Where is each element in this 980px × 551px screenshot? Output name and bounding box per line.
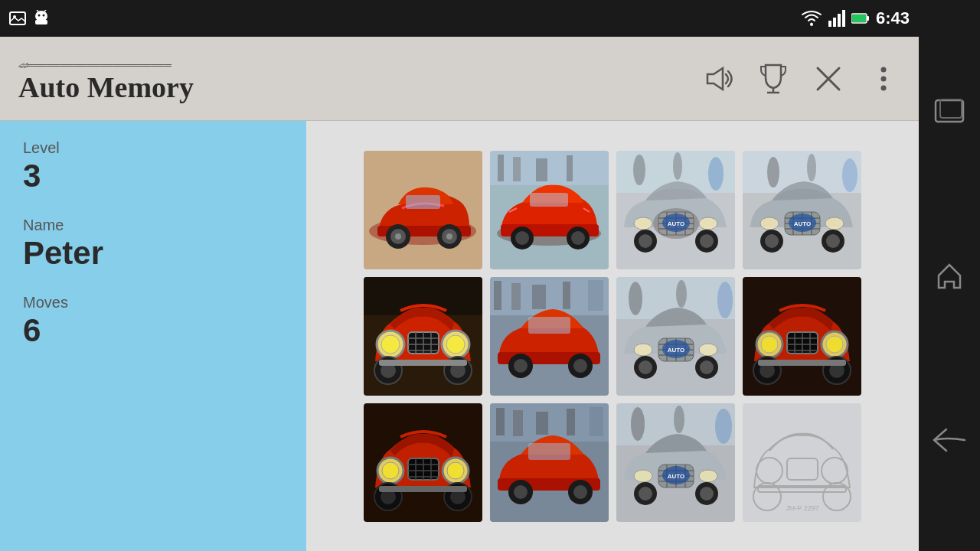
- card-5[interactable]: [490, 277, 609, 396]
- svg-point-92: [381, 335, 400, 354]
- card-9[interactable]: [490, 403, 609, 522]
- status-bar: 6:43: [0, 0, 919, 37]
- svg-point-30: [395, 233, 401, 240]
- level-value: 3: [23, 158, 283, 194]
- svg-rect-115: [528, 317, 570, 334]
- card-1[interactable]: [490, 151, 609, 269]
- name-label: Name: [23, 217, 283, 234]
- svg-rect-43: [490, 151, 609, 185]
- android-icon: [34, 10, 49, 27]
- moves-value: 6: [23, 313, 283, 348]
- svg-point-81: [760, 217, 779, 230]
- svg-point-139: [700, 360, 714, 374]
- svg-text:AUTO: AUTO: [794, 220, 812, 227]
- svg-text:AUTO: AUTO: [668, 220, 685, 227]
- card-0[interactable]: [364, 151, 482, 269]
- svg-text:🏎═══════════════════════: 🏎═══════════════════════: [18, 60, 172, 70]
- svg-rect-182: [528, 443, 570, 460]
- app-header: 🏎═══════════════════════ Auto Memory: [0, 37, 919, 121]
- svg-rect-110: [511, 283, 521, 310]
- wifi-icon: [801, 10, 822, 27]
- svg-rect-112: [563, 282, 570, 309]
- battery-icon: [851, 12, 870, 24]
- card-11[interactable]: JM-P 2297: [743, 403, 861, 522]
- svg-point-186: [573, 485, 587, 499]
- svg-point-206: [700, 487, 714, 500]
- trophy-button[interactable]: [756, 62, 790, 96]
- svg-point-33: [446, 233, 452, 240]
- megaphone-button[interactable]: [701, 62, 735, 96]
- app-logo: 🏎═══════════════════════ Auto Memory: [18, 56, 194, 102]
- svg-rect-44: [498, 155, 504, 181]
- svg-point-68: [700, 234, 714, 248]
- svg-point-71: [767, 157, 779, 187]
- svg-point-159: [382, 462, 399, 479]
- sidebar: Level 3 Name Peter Moves 6: [0, 121, 306, 551]
- card-8[interactable]: [364, 403, 482, 522]
- svg-rect-176: [496, 408, 505, 435]
- level-section: Level 3: [23, 139, 283, 194]
- svg-rect-156: [758, 360, 846, 366]
- svg-point-161: [447, 462, 464, 479]
- svg-point-132: [634, 344, 652, 356]
- more-options-button[interactable]: [867, 62, 900, 96]
- svg-text:JM-P 2297: JM-P 2297: [786, 504, 818, 512]
- card-2[interactable]: AUTO: [616, 151, 735, 269]
- svg-point-41: [571, 231, 585, 245]
- image-icon: [9, 11, 26, 25]
- svg-rect-7: [35, 20, 47, 24]
- card-6[interactable]: AUTO: [616, 277, 735, 396]
- svg-rect-0: [10, 12, 25, 24]
- moves-label: Moves: [23, 294, 283, 311]
- svg-text:AUTO: AUTO: [668, 473, 685, 480]
- svg-line-6: [44, 10, 46, 11]
- svg-point-22: [881, 76, 887, 81]
- moves-section: Moves 6: [23, 294, 283, 348]
- svg-point-23: [881, 85, 887, 90]
- svg-rect-180: [590, 407, 603, 436]
- svg-point-184: [514, 485, 528, 499]
- svg-rect-11: [838, 14, 841, 27]
- svg-rect-12: [842, 10, 845, 27]
- svg-text:AUTO: AUTO: [668, 347, 685, 354]
- card-4[interactable]: [364, 277, 482, 396]
- svg-rect-15: [867, 16, 869, 21]
- svg-point-199: [634, 470, 652, 482]
- svg-rect-14: [852, 15, 866, 22]
- svg-point-190: [674, 406, 684, 433]
- svg-rect-46: [536, 158, 547, 181]
- card-grid: AUTO: [364, 151, 861, 522]
- card-10[interactable]: AUTO: [616, 403, 735, 522]
- svg-point-4: [43, 15, 45, 17]
- svg-rect-45: [513, 157, 521, 181]
- svg-point-50: [633, 155, 645, 185]
- svg-point-124: [717, 282, 733, 318]
- svg-rect-47: [567, 155, 573, 181]
- svg-rect-113: [588, 280, 603, 311]
- svg-point-39: [515, 231, 529, 245]
- card-3[interactable]: AUTO: [743, 151, 861, 269]
- svg-point-73: [842, 158, 858, 192]
- svg-point-191: [715, 409, 732, 444]
- card-7[interactable]: [743, 277, 861, 396]
- svg-point-2: [35, 11, 47, 21]
- svg-line-5: [37, 10, 38, 11]
- level-label: Level: [23, 139, 283, 157]
- svg-rect-109: [494, 281, 501, 310]
- close-button[interactable]: [812, 62, 845, 96]
- recent-apps-button[interactable]: [933, 97, 966, 125]
- svg-point-94: [446, 335, 465, 354]
- svg-rect-177: [513, 410, 523, 436]
- home-button[interactable]: [933, 259, 966, 292]
- svg-rect-178: [536, 412, 548, 435]
- svg-point-3: [38, 15, 41, 17]
- svg-rect-34: [406, 195, 440, 209]
- svg-point-82: [825, 217, 844, 230]
- svg-rect-42: [530, 193, 568, 207]
- svg-rect-10: [833, 18, 836, 27]
- svg-point-133: [699, 344, 717, 356]
- logo-car-decoration: 🏎═══════════════════════: [18, 56, 172, 73]
- back-button[interactable]: [931, 426, 968, 454]
- signal-icon: [828, 10, 845, 27]
- svg-point-200: [699, 470, 717, 482]
